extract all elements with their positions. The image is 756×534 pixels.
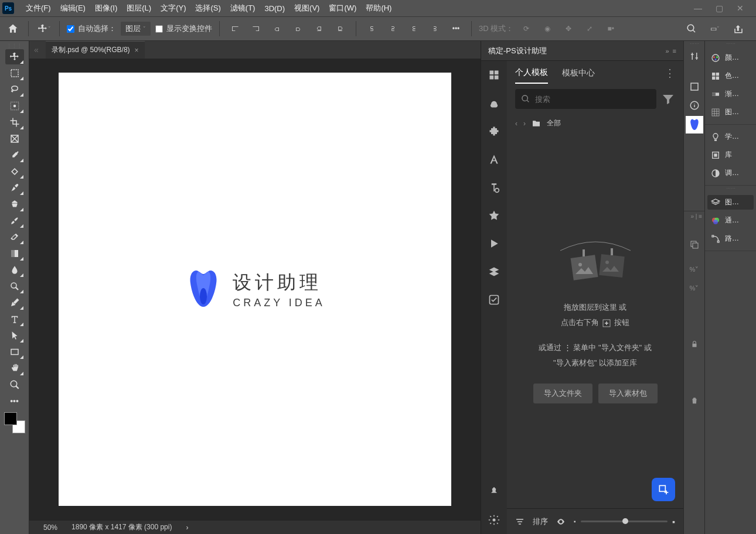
menu-type[interactable]: 文字(Y) xyxy=(156,0,190,16)
align-middle-icon[interactable]: ⫑ xyxy=(311,20,328,37)
import-folder-button[interactable]: 导入文件夹 xyxy=(533,384,592,403)
panel-layers[interactable]: 图… xyxy=(707,195,754,210)
tab-template-center[interactable]: 模板中心 xyxy=(562,63,595,83)
3d-roll-icon[interactable]: ◉ xyxy=(539,20,556,37)
panel-paths[interactable]: 路… xyxy=(707,231,754,246)
import-pack-button[interactable]: 导入素材包 xyxy=(598,384,658,403)
menu-image[interactable]: 图像(I) xyxy=(90,0,122,16)
workspace-icon[interactable]: ▭ ˅ xyxy=(707,20,723,37)
panel-handle[interactable]: ⋯⋯ xyxy=(705,186,756,190)
eraser-tool[interactable] xyxy=(5,230,24,245)
tab-close-icon[interactable]: × xyxy=(135,46,139,54)
3d-pan-icon[interactable]: ✥ xyxy=(560,20,577,37)
align-bottom-icon[interactable]: ⫒ xyxy=(332,20,349,37)
tool-handle[interactable]: ⋮⋮⋮ xyxy=(0,43,29,49)
eye-icon[interactable] xyxy=(556,517,566,526)
minimize-icon[interactable]: — xyxy=(693,3,703,13)
sidebar-text-icon[interactable] xyxy=(488,153,500,165)
dock-lock-icon[interactable] xyxy=(686,336,703,352)
menu-layer[interactable]: 图层(L) xyxy=(122,0,156,16)
tab-handle[interactable]: « xyxy=(34,45,46,54)
menu-edit[interactable]: 编辑(E) xyxy=(56,0,90,16)
dock-info-icon[interactable] xyxy=(686,97,703,114)
menu-file[interactable]: 文件(F) xyxy=(21,0,56,16)
share-icon[interactable] xyxy=(730,20,747,37)
brush-tool[interactable] xyxy=(5,180,24,196)
tab-more-icon[interactable]: ⋮ xyxy=(665,67,675,80)
search-input-wrap[interactable] xyxy=(515,89,656,109)
rectangle-tool[interactable] xyxy=(5,344,24,360)
fg-bg-colors[interactable] xyxy=(4,412,25,433)
collapse-icon[interactable]: » xyxy=(665,47,669,54)
dock-collapse-icon[interactable]: » | ≡ xyxy=(690,213,702,220)
dock-trash-icon[interactable] xyxy=(686,392,703,409)
bc-forward-icon[interactable]: › xyxy=(523,119,526,128)
search-input[interactable] xyxy=(535,95,651,104)
menu-help[interactable]: 帮助(H) xyxy=(361,0,396,16)
fill-field[interactable]: %˅ xyxy=(686,280,703,296)
healing-tool[interactable] xyxy=(5,164,24,179)
dock-layers-icon[interactable] xyxy=(686,237,703,253)
dock-adjust-icon[interactable] xyxy=(686,48,703,64)
path-select-tool[interactable] xyxy=(5,328,24,343)
gradient-tool[interactable] xyxy=(5,246,24,261)
eyedropper-tool[interactable] xyxy=(5,148,24,163)
dock-handle[interactable]: ⋯⋯ xyxy=(684,41,704,46)
sort-icon[interactable] xyxy=(515,517,525,526)
bc-back-icon[interactable]: ‹ xyxy=(515,119,517,128)
align-top-icon[interactable]: ⫐ xyxy=(290,20,307,37)
move-tool[interactable] xyxy=(5,49,24,64)
document-tab[interactable]: 录制.psd @ 50%(RGB/8) × xyxy=(46,41,145,59)
panel-patterns[interactable]: 图… xyxy=(707,105,754,119)
maximize-icon[interactable]: ▢ xyxy=(714,3,724,13)
menu-select[interactable]: 选择(S) xyxy=(190,0,225,16)
canvas-viewport[interactable]: 设计助理 CRAZY IDEA xyxy=(29,59,481,520)
3d-orbit-icon[interactable]: ⟳ xyxy=(518,20,534,37)
dock-thumbnail[interactable] xyxy=(686,116,703,134)
status-chevron-icon[interactable]: › xyxy=(186,523,188,532)
distribute-top-icon[interactable]: ⫓ xyxy=(363,20,380,37)
3d-slide-icon[interactable]: ⤢ xyxy=(581,20,598,37)
opacity-field[interactable]: %˅ xyxy=(686,261,703,278)
menu-3d[interactable]: 3D(D) xyxy=(260,0,290,16)
tab-personal-templates[interactable]: 个人模板 xyxy=(515,63,548,84)
dock-history-icon[interactable] xyxy=(686,78,703,95)
panel-gradients[interactable]: 渐… xyxy=(707,87,754,101)
add-fab-button[interactable] xyxy=(652,478,675,501)
lasso-tool[interactable] xyxy=(5,82,24,97)
panel-adjustments[interactable]: 调… xyxy=(707,166,754,180)
sidebar-plugin-icon[interactable] xyxy=(488,125,500,137)
gaoding-title-bar[interactable]: 稿定-PS设计助理 » ≡ xyxy=(481,41,683,61)
sidebar-check-icon[interactable] xyxy=(488,294,500,306)
panel-learn[interactable]: 学… xyxy=(707,129,754,144)
marquee-tool[interactable] xyxy=(5,66,24,81)
panel-menu-icon[interactable]: ≡ xyxy=(673,47,676,54)
distribute-bottom-icon[interactable]: ⫕ xyxy=(406,20,422,37)
align-center-h-icon[interactable]: ⫎ xyxy=(248,20,264,37)
align-right-icon[interactable]: ⫏ xyxy=(269,20,285,37)
dodge-tool[interactable] xyxy=(5,279,24,294)
zoom-value[interactable]: 50% xyxy=(43,523,57,532)
3d-camera-icon[interactable]: ■• xyxy=(602,20,619,37)
move-tool-icon[interactable]: ˅ xyxy=(36,20,52,37)
sidebar-layers-icon[interactable] xyxy=(488,266,500,278)
pen-tool[interactable] xyxy=(5,295,24,310)
distribute-v-icon[interactable]: ⫔ xyxy=(384,20,401,37)
sidebar-home-icon[interactable] xyxy=(488,69,500,81)
fg-color-swatch[interactable] xyxy=(4,412,17,425)
sidebar-font-icon[interactable] xyxy=(488,182,500,193)
panel-libraries[interactable]: 库 xyxy=(707,148,754,162)
panel-color[interactable]: 颜… xyxy=(707,50,754,65)
sort-label[interactable]: 排序 xyxy=(533,516,548,527)
clone-stamp-tool[interactable] xyxy=(5,197,24,212)
blur-tool[interactable] xyxy=(5,262,24,278)
filter-icon[interactable] xyxy=(661,92,675,106)
sidebar-pin-icon[interactable] xyxy=(488,486,500,498)
zoom-tool[interactable] xyxy=(5,377,24,392)
sidebar-play-icon[interactable] xyxy=(488,238,500,249)
show-transform-check[interactable]: 显示变换控件 xyxy=(155,23,212,34)
history-brush-tool[interactable] xyxy=(5,213,24,228)
sidebar-star-icon[interactable] xyxy=(488,210,500,221)
crop-tool[interactable] xyxy=(5,115,24,130)
close-icon[interactable]: ✕ xyxy=(735,3,745,13)
